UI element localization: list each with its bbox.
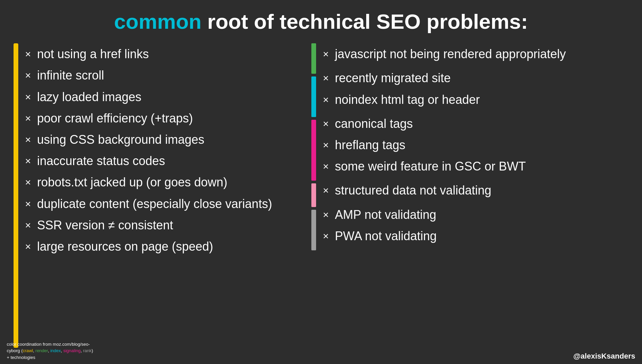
right-color-bar-segment [311,210,316,250]
left-list-item: ×poor crawl efficiency (+traps) [25,108,305,129]
left-list-item: ×large resources on page (speed) [25,236,305,257]
content-area: ×not using a href links×infinite scroll×… [0,40,642,348]
cross-icon: × [25,241,31,253]
footer-line1: color coordination from moz.com/blog/seo… [7,342,90,347]
right-list-item: ×PWA not validating [323,225,628,247]
right-bars-container [311,43,316,348]
item-text: infinite scroll [37,68,104,83]
item-text: poor crawl efficiency (+traps) [37,111,193,126]
right-list-item: ×recently migrated site [323,67,628,89]
cross-icon: × [323,48,329,60]
right-list-item: ×javascript not being rendered appropria… [323,43,628,65]
right-list-item: ×AMP not validating [323,204,628,225]
cross-icon: × [25,91,31,103]
right-column: ×javascript not being rendered appropria… [311,43,628,348]
item-text: recently migrated site [335,71,451,85]
right-list-item: ×some weird feature in GSC or BWT [323,156,628,177]
cross-icon: × [323,230,329,242]
right-list-item: ×structured data not validating [323,180,628,201]
footer: color coordination from moz.com/blog/seo… [7,341,635,361]
left-list-item: ×inaccurate status codes [25,150,305,172]
item-text: javascript not being rendered appropriat… [335,47,566,61]
left-list-item: ×SSR version ≠ consistent [25,214,305,236]
right-list-item: ×noindex html tag or header [323,89,628,110]
item-text: canonical tags [335,116,413,131]
cross-icon: × [25,112,31,124]
item-text: SSR version ≠ consistent [37,218,173,232]
cross-icon: × [323,118,329,130]
right-color-bar-segment [311,120,316,181]
right-color-bar-segment [311,76,316,117]
cross-icon: × [25,176,31,188]
item-text: not using a href links [37,47,149,61]
cross-icon: × [323,184,329,197]
cross-icon: × [323,72,329,84]
item-text: robots.txt jacked up (or goes down) [37,175,227,189]
right-list-item: ×canonical tags [323,113,628,134]
footer-line3: + technologies [7,355,35,360]
title-common: common [114,10,201,33]
item-text: some weird feature in GSC or BWT [335,159,526,174]
item-text: hreflang tags [335,138,405,152]
left-column: ×not using a href links×infinite scroll×… [14,43,305,348]
left-list-item: ×lazy loaded images [25,86,305,108]
cross-icon: × [323,209,329,221]
cross-icon: × [323,94,329,106]
item-text: lazy loaded images [37,90,141,104]
item-text: using CSS background images [37,132,204,147]
item-text: PWA not validating [335,229,437,243]
item-text: large resources on page (speed) [37,239,213,254]
right-color-bar-segment [311,43,316,74]
item-text: AMP not validating [335,207,437,222]
item-text: noindex html tag or header [335,92,480,107]
cross-icon: × [25,69,31,82]
cross-icon: × [25,48,31,60]
title-rest: root of technical SEO problems: [201,10,528,33]
left-color-bar [14,43,18,348]
cross-icon: × [25,219,31,231]
right-items-list: ×javascript not being rendered appropria… [323,43,628,348]
left-items-list: ×not using a href links×infinite scroll×… [25,43,305,348]
left-list-item: ×robots.txt jacked up (or goes down) [25,172,305,193]
right-list-item: ×hreflang tags [323,134,628,156]
right-color-bar-segment [311,183,316,207]
cross-icon: × [323,160,329,173]
cross-icon: × [25,155,31,167]
cross-icon: × [323,139,329,151]
footer-line2: cyborg (crawl, render, index, signaling,… [7,348,93,353]
cross-icon: × [25,198,31,210]
footer-handle: @alexisKsanders [573,352,635,361]
left-list-item: ×infinite scroll [25,65,305,86]
left-list-item: ×not using a href links [25,43,305,65]
cross-icon: × [25,134,31,146]
left-list-item: ×using CSS background images [25,129,305,150]
item-text: structured data not validating [335,183,491,198]
item-text: duplicate content (especially close vari… [37,197,272,211]
page-title: common root of technical SEO problems: [0,0,642,40]
item-text: inaccurate status codes [37,154,165,168]
footer-left: color coordination from moz.com/blog/seo… [7,341,93,361]
left-list-item: ×duplicate content (especially close var… [25,193,305,214]
